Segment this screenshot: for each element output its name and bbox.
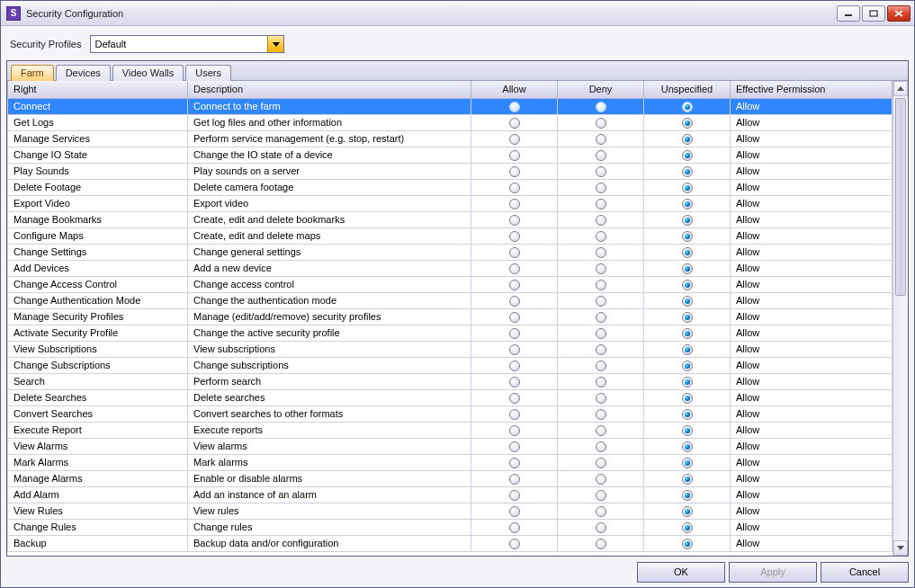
table-row[interactable]: SearchPerform searchAllow	[8, 373, 893, 389]
unspecified-radio[interactable]	[682, 296, 693, 307]
unspecified-radio[interactable]	[682, 150, 693, 161]
unspecified-cell[interactable]	[644, 195, 731, 211]
allow-radio[interactable]	[509, 215, 520, 226]
deny-radio[interactable]	[596, 166, 606, 177]
deny-radio[interactable]	[596, 150, 606, 161]
unspecified-radio[interactable]	[682, 183, 693, 193]
allow-cell[interactable]	[471, 195, 558, 211]
table-row[interactable]: Manage AlarmsEnable or disable alarmsAll…	[8, 470, 893, 486]
unspecified-radio[interactable]	[682, 118, 693, 129]
allow-cell[interactable]	[471, 535, 558, 551]
allow-radio[interactable]	[509, 506, 520, 517]
allow-radio[interactable]	[509, 231, 520, 242]
table-row[interactable]: Mark AlarmsMark alarmsAllow	[8, 454, 893, 470]
unspecified-radio[interactable]	[682, 539, 693, 549]
deny-radio[interactable]	[596, 312, 606, 323]
unspecified-radio[interactable]	[682, 199, 693, 209]
deny-cell[interactable]	[558, 405, 644, 422]
allow-cell[interactable]	[471, 308, 558, 325]
deny-cell[interactable]	[558, 454, 644, 470]
allow-radio[interactable]	[509, 183, 520, 193]
unspecified-cell[interactable]	[644, 308, 731, 325]
table-row[interactable]: Change SubscriptionsChange subscriptions…	[8, 357, 893, 373]
scroll-down-button[interactable]	[893, 540, 908, 556]
deny-cell[interactable]	[558, 389, 644, 405]
deny-radio[interactable]	[596, 539, 606, 549]
unspecified-radio[interactable]	[682, 474, 693, 485]
unspecified-radio[interactable]	[682, 458, 693, 468]
allow-radio[interactable]	[509, 425, 520, 436]
unspecified-cell[interactable]	[644, 211, 731, 227]
table-row[interactable]: View RulesView rulesAllow	[8, 503, 893, 519]
unspecified-cell[interactable]	[644, 260, 731, 276]
deny-radio[interactable]	[596, 118, 606, 129]
deny-cell[interactable]	[558, 276, 644, 292]
tab-video-walls[interactable]: Video Walls	[112, 65, 184, 81]
allow-cell[interactable]	[471, 341, 558, 357]
table-row[interactable]: Change RulesChange rulesAllow	[8, 519, 893, 535]
allow-radio[interactable]	[509, 150, 520, 161]
allow-radio[interactable]	[509, 199, 520, 209]
deny-cell[interactable]	[558, 114, 644, 130]
deny-cell[interactable]	[558, 130, 644, 147]
allow-cell[interactable]	[471, 405, 558, 422]
unspecified-radio[interactable]	[682, 102, 693, 112]
col-header-effective[interactable]: Effective Permission	[731, 81, 893, 98]
deny-radio[interactable]	[596, 344, 606, 355]
table-row[interactable]: Add DevicesAdd a new deviceAllow	[8, 260, 893, 276]
allow-cell[interactable]	[471, 163, 558, 179]
unspecified-radio[interactable]	[682, 506, 693, 517]
allow-radio[interactable]	[509, 441, 520, 452]
unspecified-cell[interactable]	[644, 276, 731, 292]
deny-radio[interactable]	[596, 328, 606, 339]
unspecified-radio[interactable]	[682, 166, 693, 177]
unspecified-cell[interactable]	[644, 535, 731, 551]
tab-users[interactable]: Users	[185, 65, 231, 81]
col-header-unspecified[interactable]: Unspecified	[644, 81, 731, 98]
unspecified-radio[interactable]	[682, 522, 693, 533]
unspecified-cell[interactable]	[644, 503, 731, 519]
allow-radio[interactable]	[509, 377, 520, 388]
col-header-deny[interactable]: Deny	[558, 81, 644, 98]
col-header-description[interactable]: Description	[188, 81, 471, 98]
allow-radio[interactable]	[509, 409, 520, 420]
allow-cell[interactable]	[471, 389, 558, 405]
unspecified-cell[interactable]	[644, 179, 731, 195]
allow-radio[interactable]	[509, 296, 520, 307]
table-row[interactable]: Convert SearchesConvert searches to othe…	[8, 405, 893, 422]
unspecified-radio[interactable]	[682, 134, 693, 145]
deny-cell[interactable]	[558, 211, 644, 227]
deny-radio[interactable]	[596, 296, 606, 307]
allow-cell[interactable]	[471, 147, 558, 163]
tab-devices[interactable]: Devices	[56, 65, 111, 81]
deny-radio[interactable]	[596, 215, 606, 226]
allow-radio[interactable]	[509, 118, 520, 129]
table-row[interactable]: Add AlarmAdd an instance of an alarmAllo…	[8, 486, 893, 503]
deny-cell[interactable]	[558, 98, 644, 114]
unspecified-radio[interactable]	[682, 361, 693, 371]
table-row[interactable]: Manage ServicesPerform service managemen…	[8, 130, 893, 147]
deny-radio[interactable]	[596, 280, 606, 290]
allow-cell[interactable]	[471, 260, 558, 276]
table-row[interactable]: Change SettingsChange general settingsAl…	[8, 244, 893, 260]
table-row[interactable]: Configure MapsCreate, edit and delete ma…	[8, 227, 893, 244]
unspecified-radio[interactable]	[682, 425, 693, 436]
unspecified-cell[interactable]	[644, 405, 731, 422]
deny-cell[interactable]	[558, 486, 644, 503]
ok-button[interactable]: OK	[637, 562, 725, 583]
deny-radio[interactable]	[596, 441, 606, 452]
unspecified-radio[interactable]	[682, 328, 693, 339]
table-row[interactable]: Manage BookmarksCreate, edit and delete …	[8, 211, 893, 227]
deny-radio[interactable]	[596, 425, 606, 436]
deny-radio[interactable]	[596, 134, 606, 145]
unspecified-radio[interactable]	[682, 441, 693, 452]
allow-cell[interactable]	[471, 422, 558, 438]
scroll-thumb[interactable]	[895, 98, 906, 296]
allow-radio[interactable]	[509, 361, 520, 371]
allow-cell[interactable]	[471, 98, 558, 114]
unspecified-cell[interactable]	[644, 486, 731, 503]
minimize-button[interactable]	[837, 5, 860, 22]
allow-radio[interactable]	[509, 490, 520, 501]
allow-cell[interactable]	[471, 292, 558, 308]
deny-cell[interactable]	[558, 147, 644, 163]
